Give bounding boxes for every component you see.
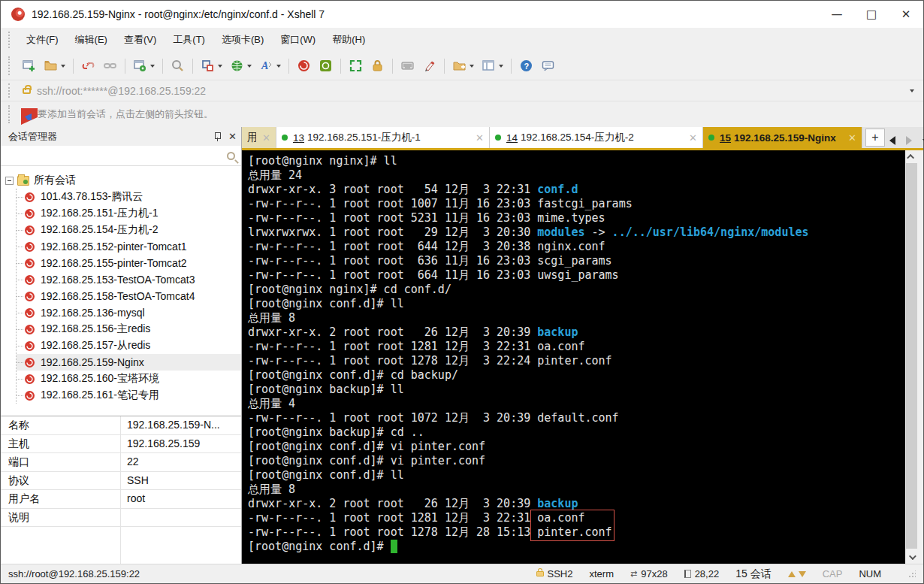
session-tree-item[interactable]: 192.168.25.154-压力机-2 bbox=[17, 222, 241, 238]
session-tree-item[interactable]: 192.168.25.159-Nginx bbox=[17, 354, 241, 371]
menu-item[interactable]: 工具(T) bbox=[165, 30, 213, 50]
scrollbar-thumb[interactable] bbox=[906, 163, 917, 549]
menu-item[interactable]: 编辑(E) bbox=[67, 30, 116, 50]
globe-encoding-icon[interactable] bbox=[227, 56, 255, 76]
tab-close-icon[interactable]: ✕ bbox=[842, 132, 856, 144]
session-tree-item[interactable]: 192.168.25.151-压力机-1 bbox=[17, 205, 241, 222]
minimize-button[interactable]: — bbox=[820, 1, 854, 28]
lock-icon[interactable] bbox=[367, 56, 388, 76]
terminal-scrollbar[interactable] bbox=[905, 150, 918, 564]
terminal-tab[interactable]: 用✕ bbox=[242, 127, 276, 148]
property-row[interactable]: 说明 bbox=[1, 509, 241, 528]
xftp-icon[interactable] bbox=[316, 56, 336, 76]
collapse-expander-icon[interactable] bbox=[5, 177, 14, 185]
scroll-up-icon[interactable] bbox=[905, 150, 918, 163]
menu-item[interactable]: 查看(V) bbox=[116, 30, 165, 50]
status-caps-lock: CAP bbox=[823, 568, 843, 579]
dropdown-caret[interactable] bbox=[247, 65, 252, 68]
virtual-keyboard-icon[interactable] bbox=[397, 56, 418, 76]
terminal-tab[interactable]: 15192.168.25.159-Nginx✕ bbox=[703, 127, 862, 148]
dropdown-caret[interactable] bbox=[150, 65, 155, 68]
pin-icon[interactable] bbox=[213, 132, 221, 141]
feedback-icon[interactable] bbox=[538, 56, 558, 76]
svg-text:A: A bbox=[261, 60, 268, 71]
property-row[interactable]: 主机192.168.25.159 bbox=[1, 435, 241, 454]
property-row[interactable]: 用户名root bbox=[1, 490, 241, 509]
tab-scroll-left-icon[interactable] bbox=[889, 136, 895, 145]
tab-close-icon[interactable]: ✕ bbox=[683, 132, 697, 144]
status-session-count[interactable]: 15 会话 bbox=[735, 567, 771, 581]
find-icon[interactable] bbox=[168, 56, 188, 76]
menu-item[interactable]: 选项卡(B) bbox=[213, 30, 272, 50]
panel-close-icon[interactable]: ✕ bbox=[228, 132, 237, 141]
session-tree-item[interactable]: 101.43.78.153-腾讯云 bbox=[17, 189, 241, 205]
session-tree-root[interactable]: 所有会话 bbox=[5, 172, 241, 189]
tab-label: 192.168.25.151-压力机-1 bbox=[307, 131, 421, 144]
property-value: 22 bbox=[121, 453, 241, 471]
session-tree-item[interactable]: 192.168.25.152-pinter-Tomcat1 bbox=[17, 238, 241, 255]
address-bar: ssh://root:******@192.168.25.159:22 bbox=[1, 80, 923, 101]
new-folder-icon[interactable] bbox=[449, 56, 477, 76]
dropdown-caret[interactable] bbox=[218, 65, 222, 68]
session-tree-item[interactable]: 192.168.25.158-TestOA-Tomcat4 bbox=[17, 288, 241, 304]
menu-item[interactable]: 文件(F) bbox=[18, 30, 67, 50]
xshell-icon[interactable] bbox=[294, 56, 314, 76]
maximize-button[interactable]: □ bbox=[854, 1, 889, 28]
scroll-down-icon[interactable] bbox=[905, 551, 918, 564]
dropdown-caret[interactable] bbox=[499, 65, 503, 68]
terminal-line: drwxr-xr-x. 2 root root 26 12月 3 20:39 b… bbox=[248, 325, 905, 340]
search-icon[interactable] bbox=[227, 152, 235, 160]
session-tree-item[interactable]: 192.168.25.155-pinter-Tomcat2 bbox=[17, 255, 241, 271]
terminal-line: [root@nginx nginx]# cd conf.d/ bbox=[248, 283, 905, 297]
session-label: 192.168.25.157-从redis bbox=[41, 339, 150, 353]
session-tree-item[interactable]: 192.168.25.136-mysql bbox=[17, 304, 241, 321]
menu-item[interactable]: 窗口(W) bbox=[272, 30, 324, 50]
menu-item[interactable]: 帮助(H) bbox=[324, 30, 373, 50]
session-search-input[interactable] bbox=[7, 150, 227, 162]
help-icon[interactable]: ? bbox=[516, 56, 536, 76]
font-icon[interactable]: A bbox=[256, 56, 284, 76]
session-label: 192.168.25.136-mysql bbox=[41, 307, 145, 319]
resize-grip[interactable] bbox=[908, 570, 916, 578]
session-tree-item[interactable]: 192.168.25.153-TestOA-Tomcat3 bbox=[17, 271, 241, 288]
new-tab-button[interactable]: + bbox=[865, 129, 885, 147]
terminal-line: -rw-r--r--. 1 root root 636 11月 16 23:03… bbox=[248, 254, 905, 268]
session-tree-item[interactable]: 192.168.25.156-主redis bbox=[17, 321, 241, 337]
dropdown-caret[interactable] bbox=[276, 65, 281, 68]
terminal-tab[interactable]: 13192.168.25.151-压力机-1✕ bbox=[276, 127, 490, 148]
fullscreen-icon[interactable] bbox=[346, 56, 366, 76]
terminal-line: [root@nginx conf.d]# bbox=[248, 540, 905, 554]
menu-bar: 文件(F)编辑(E)查看(V)工具(T)选项卡(B)窗口(W)帮助(H) bbox=[1, 28, 923, 52]
session-tree-item[interactable]: 192.168.25.160-宝塔环境 bbox=[17, 371, 241, 387]
status-terminal-type[interactable]: xterm bbox=[590, 568, 614, 579]
terminal-output[interactable]: [root@nginx nginx]# ll总用量 24drwxr-xr-x. … bbox=[242, 150, 905, 564]
tab-scroll-right-icon[interactable] bbox=[906, 136, 912, 145]
address-url[interactable]: ssh://root:******@192.168.25.159:22 bbox=[37, 85, 206, 97]
tab-close-icon[interactable]: ✕ bbox=[470, 132, 484, 144]
highlight-pen-icon[interactable] bbox=[419, 56, 439, 76]
tab-close-icon[interactable]: ✕ bbox=[256, 132, 270, 144]
session-label: 192.168.25.161-笔记专用 bbox=[41, 389, 159, 402]
new-session-icon[interactable] bbox=[19, 56, 39, 76]
window-layout-icon[interactable] bbox=[479, 56, 506, 76]
property-label: 协议 bbox=[1, 472, 121, 490]
property-row[interactable]: 端口22 bbox=[1, 453, 241, 472]
add-session-arrow-icon[interactable] bbox=[21, 108, 32, 120]
property-row[interactable]: 名称192.168.25.159-N... bbox=[1, 416, 241, 435]
property-value: root bbox=[121, 490, 241, 508]
session-properties-icon[interactable] bbox=[130, 56, 158, 76]
svg-text:?: ? bbox=[524, 62, 530, 71]
dropdown-caret[interactable] bbox=[61, 65, 65, 68]
session-tree-children: 101.43.78.153-腾讯云192.168.25.151-压力机-1192… bbox=[16, 189, 241, 404]
disconnect-icon[interactable] bbox=[78, 56, 98, 76]
property-row[interactable]: 协议SSH bbox=[1, 472, 241, 491]
compose-layout-icon[interactable] bbox=[198, 56, 225, 76]
terminal-tab[interactable]: 14192.168.25.154-压力机-2✕ bbox=[490, 127, 703, 148]
reconnect-icon[interactable] bbox=[100, 56, 120, 76]
session-tree-item[interactable]: 192.168.25.161-笔记专用 bbox=[17, 387, 241, 404]
dropdown-caret[interactable] bbox=[470, 65, 474, 68]
session-tree-item[interactable]: 192.168.25.157-从redis bbox=[17, 337, 241, 354]
close-button[interactable]: ✕ bbox=[889, 1, 923, 28]
open-session-icon[interactable] bbox=[41, 56, 68, 76]
address-dropdown-caret[interactable] bbox=[910, 89, 914, 92]
